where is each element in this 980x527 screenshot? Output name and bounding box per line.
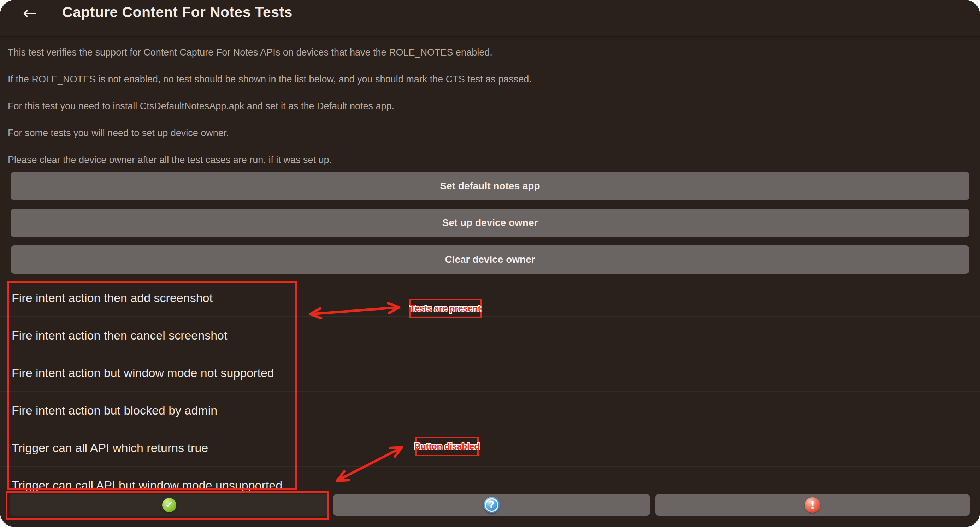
test-list-item[interactable]: Fire intent action but window mode not s… (0, 355, 980, 392)
test-list-item[interactable]: Fire intent action then cancel screensho… (0, 317, 980, 355)
test-list: Fire intent action then add screenshot F… (0, 279, 980, 494)
test-list-item[interactable]: Fire intent action but blocked by admin (0, 392, 980, 430)
set-default-notes-app-button[interactable]: Set default notes app (11, 172, 969, 200)
screenshot-root: ← Capture Content For Notes Tests This t… (0, 0, 980, 527)
page-title: Capture Content For Notes Tests (62, 4, 293, 21)
instruction-line: For some tests you will need to set up d… (8, 128, 229, 139)
fail-exclamation-icon: ! (805, 497, 820, 513)
fail-button[interactable]: ! (655, 494, 970, 516)
test-list-item[interactable]: Trigger can call API but window mode uns… (0, 467, 980, 494)
pass-check-icon: ✔ (162, 498, 176, 512)
instruction-line: For this test you need to install CtsDef… (8, 101, 394, 112)
app-bar: ← Capture Content For Notes Tests (0, 0, 980, 37)
info-question-icon: ? (484, 497, 500, 513)
back-arrow-icon[interactable]: ← (19, 2, 41, 24)
clear-device-owner-button[interactable]: Clear device owner (11, 246, 969, 274)
test-list-item[interactable]: Fire intent action then add screenshot (0, 279, 980, 317)
pass-button[interactable]: ✔ (10, 494, 328, 516)
instruction-line: If the ROLE_NOTES is not enabled, no tes… (8, 74, 532, 85)
set-up-device-owner-button[interactable]: Set up device owner (11, 209, 969, 237)
instruction-line: Please clear the device owner after all … (8, 155, 332, 166)
instruction-line: This test verifies the support for Conte… (8, 47, 493, 58)
info-button[interactable]: ? (333, 494, 650, 516)
test-list-item[interactable]: Trigger can all API which returns true (0, 430, 980, 467)
cts-verifier-window: ← Capture Content For Notes Tests This t… (0, 0, 980, 527)
